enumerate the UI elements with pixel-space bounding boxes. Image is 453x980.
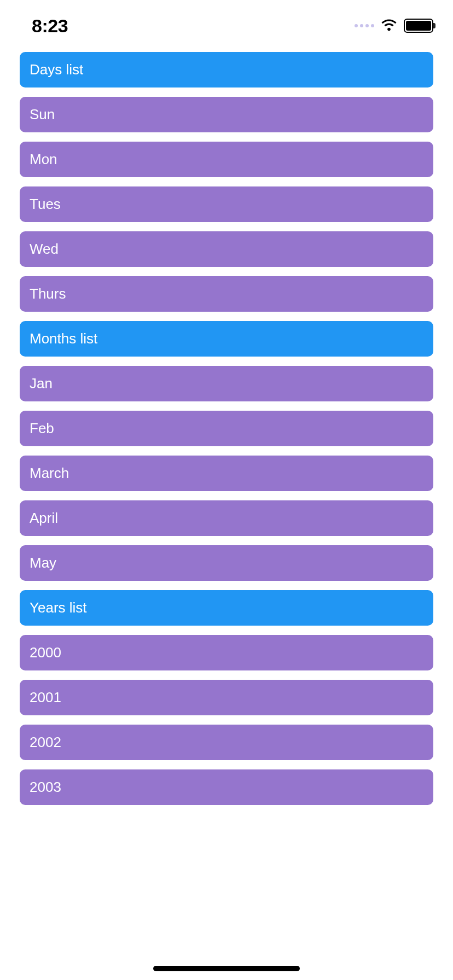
status-right-cluster — [355, 15, 433, 33]
item-label: Sun — [30, 106, 55, 123]
battery-icon — [404, 19, 433, 33]
section-title: Years list — [30, 599, 87, 616]
list-item[interactable]: Tues — [20, 186, 433, 222]
home-indicator[interactable] — [153, 966, 300, 971]
list-item[interactable]: May — [20, 545, 433, 581]
list-item[interactable]: 2001 — [20, 680, 433, 715]
list-item[interactable]: Wed — [20, 231, 433, 267]
section-header-months[interactable]: Months list — [20, 321, 433, 357]
section-title: Months list — [30, 330, 97, 347]
item-label: May — [30, 555, 56, 571]
list-item[interactable]: Mon — [20, 142, 433, 177]
list-item[interactable]: Jan — [20, 366, 433, 401]
list-container[interactable]: Days list Sun Mon Tues Wed Thurs Months … — [0, 52, 453, 947]
item-label: April — [30, 510, 58, 527]
status-time: 8:23 — [20, 12, 68, 37]
section-title: Days list — [30, 61, 83, 78]
item-label: Mon — [30, 151, 57, 168]
item-label: 2003 — [30, 779, 61, 796]
list-item[interactable]: Feb — [20, 411, 433, 446]
wifi-icon — [380, 19, 398, 33]
item-label: 2001 — [30, 689, 61, 706]
item-label: Jan — [30, 375, 53, 392]
section-header-days[interactable]: Days list — [20, 52, 433, 88]
list-item[interactable]: Sun — [20, 97, 433, 132]
status-bar: 8:23 — [0, 0, 453, 48]
item-label: 2002 — [30, 734, 61, 751]
item-label: March — [30, 465, 69, 482]
section-header-years[interactable]: Years list — [20, 590, 433, 626]
cell-dots-icon — [355, 24, 374, 27]
list-item[interactable]: 2002 — [20, 725, 433, 760]
list-item[interactable]: Thurs — [20, 276, 433, 312]
list-item[interactable]: 2000 — [20, 635, 433, 670]
item-label: Feb — [30, 420, 54, 437]
item-label: Tues — [30, 196, 61, 213]
list-item[interactable]: 2003 — [20, 769, 433, 805]
item-label: Wed — [30, 241, 59, 258]
item-label: Thurs — [30, 285, 66, 302]
list-item[interactable]: April — [20, 500, 433, 536]
item-label: 2000 — [30, 644, 61, 661]
list-item[interactable]: March — [20, 456, 433, 491]
